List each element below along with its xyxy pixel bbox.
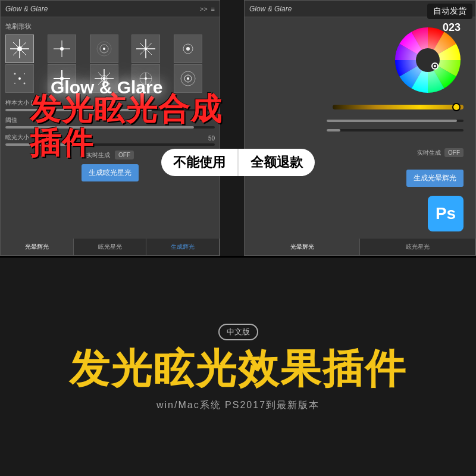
svg-point-4 xyxy=(17,46,22,51)
right-tab-glow[interactable]: 光晕辉光 xyxy=(245,239,360,255)
svg-point-38 xyxy=(187,77,189,80)
color-wheel[interactable] xyxy=(392,24,464,96)
left-panel-tabs: 光晕辉光 眩光星光 生成辉光 xyxy=(1,239,220,255)
brush-cell-10[interactable] xyxy=(174,64,202,93)
version-badge: 中文版 xyxy=(218,324,258,340)
generate-glow-button[interactable]: 生成光晕辉光 xyxy=(406,170,464,187)
svg-point-7 xyxy=(60,47,64,51)
right-tab-glare[interactable]: 眩光星光 xyxy=(360,239,475,255)
tab-glare-star[interactable]: 眩光星光 xyxy=(74,239,147,255)
brush-shape-label: 笔刷形状 xyxy=(5,22,215,31)
right-panel-tabs: 光晕辉光 眩光星光 xyxy=(245,239,475,255)
svg-point-21 xyxy=(14,83,15,84)
tab-glow-halo[interactable]: 光晕辉光 xyxy=(1,239,74,255)
svg-point-22 xyxy=(24,83,26,84)
right-slider-1 xyxy=(327,120,464,122)
generate-glare-button[interactable]: 生成眩光星光 xyxy=(82,164,139,181)
left-panel-header: Glow & Glare >> ≡ xyxy=(1,1,220,17)
svg-point-17 xyxy=(186,47,190,51)
brush-cell-6[interactable] xyxy=(5,64,34,93)
svg-point-18 xyxy=(18,77,21,80)
right-sliders xyxy=(327,120,464,139)
right-slider-2 xyxy=(327,129,464,131)
svg-point-20 xyxy=(24,73,25,74)
bottom-subtitle: win/Mac系统 PS2017到最新版本 xyxy=(156,399,320,412)
bottom-section: 中文版 发光眩光效果插件 win/Mac系统 PS2017到最新版本 xyxy=(0,258,476,476)
top-section: Glow & Glare >> ≡ 笔刷形状 xyxy=(0,0,476,256)
right-realtime-row: 实时生成 OFF xyxy=(417,148,464,157)
brush-cell-5[interactable] xyxy=(174,35,202,63)
right-toggle-off[interactable]: OFF xyxy=(444,148,464,157)
right-track-2[interactable] xyxy=(327,129,464,131)
right-generate-container: 生成光晕辉光 xyxy=(406,166,464,190)
svg-point-15 xyxy=(145,48,147,50)
brush-cell-1[interactable] xyxy=(5,35,34,63)
badge-overlay: 不能使用 全额退款 xyxy=(161,149,315,176)
right-panel: Glow & Glare >> ≡ 自动发货 023 xyxy=(244,0,476,256)
bottom-main-title: 发光眩光效果插件 xyxy=(69,346,407,391)
right-track-1[interactable] xyxy=(327,120,464,122)
right-panel-title: Glow & Glare xyxy=(249,5,292,13)
panel-icons: >> ≡ xyxy=(200,5,215,12)
brush-cell-4[interactable] xyxy=(131,35,160,63)
left-panel-title: Glow & Glare xyxy=(5,5,48,13)
forward-icon[interactable]: >> xyxy=(200,5,208,12)
brush-cell-3[interactable] xyxy=(90,35,118,63)
svg-point-19 xyxy=(14,73,16,75)
brush-cell-2[interactable] xyxy=(48,35,76,63)
svg-point-8 xyxy=(103,48,105,50)
glow-glare-overlay: Glow & Glare xyxy=(51,77,162,98)
no-use-badge: 不能使用 xyxy=(161,149,237,176)
ps-icon: Ps xyxy=(428,196,464,231)
glow-glare-title: Glow & Glare xyxy=(51,77,162,98)
right-realtime-label: 实时生成 xyxy=(417,149,441,157)
gold-bar-container[interactable] xyxy=(333,105,464,109)
tab-generate-glow[interactable]: 生成辉光 xyxy=(146,239,220,255)
auto-delivery-badge: 自动发货 xyxy=(427,4,472,19)
full-refund-badge: 全额退款 xyxy=(237,149,315,176)
svg-point-42 xyxy=(434,65,436,67)
menu-icon[interactable]: ≡ xyxy=(211,5,215,12)
